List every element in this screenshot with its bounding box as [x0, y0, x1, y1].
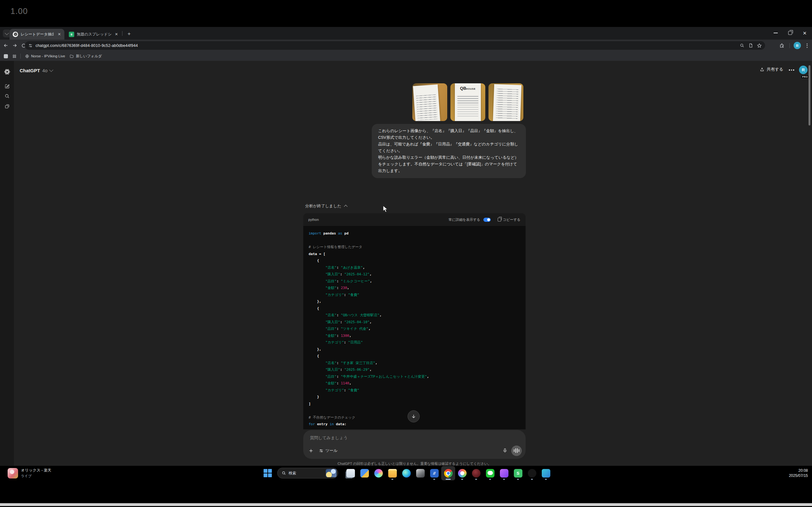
- forward-button[interactable]: [11, 42, 19, 49]
- restore-icon: [788, 31, 792, 35]
- chrome-browser-icon: [444, 469, 453, 477]
- code-line: }: [309, 394, 525, 400]
- tab-receipt-extraction[interactable]: レシートデータ抽出 ✕: [9, 29, 64, 40]
- account-avatar[interactable]: R: [799, 66, 808, 74]
- scroll-to-bottom-button[interactable]: [408, 410, 420, 422]
- browser-menu-icon[interactable]: [805, 43, 809, 48]
- apps-grid-icon[interactable]: [12, 54, 16, 58]
- reading-list-icon[interactable]: [4, 54, 8, 58]
- site-info-icon[interactable]: [28, 43, 33, 48]
- browser-window: レシートデータ抽出 ✕ 無題のスプレッドシート - Google ス ✕ + ✕: [0, 27, 812, 466]
- dark-red-app-icon: [472, 469, 480, 477]
- taskbar-widget[interactable]: オリックス - 楽天 ライブ: [8, 468, 51, 478]
- close-tab-icon[interactable]: ✕: [115, 32, 118, 37]
- code-line: },: [309, 298, 525, 305]
- taskbar-search-box[interactable]: 検索: [277, 468, 338, 478]
- receipt-image-1[interactable]: [412, 83, 447, 121]
- receipt-image-2[interactable]: QBHOUSE: [450, 83, 485, 121]
- voice-mode-button[interactable]: [511, 446, 522, 456]
- page-scrollbar[interactable]: [809, 65, 810, 125]
- video-progress-bar[interactable]: [0, 503, 812, 506]
- zoom-search-icon[interactable]: [740, 43, 745, 48]
- library-icon[interactable]: [4, 103, 10, 110]
- search-icon[interactable]: [4, 93, 10, 100]
- analysis-status[interactable]: 分析が終了しました: [305, 204, 347, 209]
- restore-button[interactable]: [783, 27, 798, 39]
- composer-placeholder[interactable]: 質問してみましょう: [310, 435, 348, 441]
- close-tab-icon[interactable]: ✕: [57, 32, 62, 37]
- clipchamp-app-icon[interactable]: [497, 466, 511, 481]
- mail-app-icon[interactable]: [357, 466, 371, 481]
- code-line: import pandas as pd: [309, 230, 525, 237]
- search-highlight-image[interactable]: [326, 469, 337, 477]
- code-line: "購入日": "2025-04-12",: [309, 271, 525, 278]
- share-button[interactable]: 共有する: [760, 66, 783, 72]
- edge-browser-icon[interactable]: [399, 466, 413, 481]
- chrome-browser-icon[interactable]: [441, 466, 455, 481]
- window-controls: ✕: [768, 27, 812, 40]
- code-line: {: [309, 305, 525, 312]
- round-color-app-icon[interactable]: [455, 466, 469, 481]
- teal-app-icon[interactable]: [539, 466, 553, 481]
- taskbar-clock[interactable]: 20:08 2025/07/15: [789, 468, 808, 478]
- dark-gem-app-icon[interactable]: [413, 466, 427, 481]
- browser-profile-avatar[interactable]: R: [794, 42, 801, 49]
- windows-taskbar: オリックス - 楽天 ライブ 検索 //S 20:08 2025/07/15: [0, 466, 812, 481]
- new-tab-button[interactable]: +: [125, 30, 133, 38]
- green-s-app-icon[interactable]: S: [511, 466, 525, 481]
- model-selector[interactable]: ChatGPT 4o: [20, 68, 53, 73]
- code-line: "店名": "すき家 栄三丁目店",: [309, 360, 525, 367]
- start-button[interactable]: [263, 469, 272, 477]
- bookmark-star-icon[interactable]: [757, 43, 762, 48]
- tools-label: ツール: [325, 448, 338, 453]
- blue-dev-app-icon[interactable]: //: [427, 466, 441, 481]
- attach-plus-icon[interactable]: [308, 448, 314, 453]
- receipt-image-3[interactable]: [489, 83, 523, 121]
- copy-label: コピーする: [503, 217, 520, 222]
- microphone-icon[interactable]: [502, 448, 507, 453]
- code-line: {: [309, 353, 525, 360]
- message-composer[interactable]: 質問してみましょう ツール: [303, 430, 525, 459]
- copy-code-button[interactable]: コピーする: [498, 217, 520, 222]
- model-version: 4o: [42, 68, 48, 73]
- sliders-icon: [319, 448, 323, 453]
- code-line: # レシート情報を整理したデータ: [309, 244, 525, 250]
- bookmarks-bar: Norse - IPViking Live 新しいフォルダ: [0, 51, 812, 61]
- analysis-status-label: 分析が終了しました: [305, 204, 341, 209]
- black-round-app-icon: [528, 469, 537, 477]
- share-label: 共有する: [767, 66, 783, 72]
- tab-divider: [122, 31, 122, 36]
- close-button[interactable]: ✕: [798, 27, 812, 39]
- browser-toolbar: chatgpt.com/c/6876369f-d484-8010-9c52-ab…: [0, 40, 812, 51]
- uploaded-receipt-images: QBHOUSE: [412, 83, 523, 121]
- tab-google-sheets[interactable]: 無題のスプレッドシート - Google ス ✕: [66, 29, 120, 40]
- extensions-icon[interactable]: [778, 42, 786, 49]
- tab-title: 無題のスプレッドシート - Google ス: [77, 32, 112, 37]
- conversation-menu-icon[interactable]: [789, 69, 794, 71]
- dark-red-app-icon[interactable]: [469, 466, 483, 481]
- always-show-details-toggle[interactable]: [484, 218, 491, 222]
- task-view-icon[interactable]: [344, 466, 357, 481]
- tab-title: レシートデータ抽出: [20, 32, 54, 37]
- code-body[interactable]: import pandas as pd # レシート情報を整理したデータdata…: [303, 226, 525, 429]
- openai-logo-icon[interactable]: [4, 68, 10, 75]
- address-bar-actions: [740, 41, 762, 50]
- folder-icon: [69, 54, 74, 58]
- reading-mode-icon[interactable]: [748, 43, 753, 48]
- search-icon: [282, 471, 286, 475]
- back-button[interactable]: [2, 42, 10, 49]
- tools-button[interactable]: ツール: [319, 448, 338, 453]
- bookmark-new-folder[interactable]: 新しいフォルダ: [69, 54, 102, 59]
- copilot-app-icon[interactable]: [371, 466, 386, 481]
- bookmarks-divider: [20, 54, 20, 59]
- bookmark-norse[interactable]: Norse - IPViking Live: [25, 54, 65, 58]
- address-bar[interactable]: chatgpt.com/c/6876369f-d484-8010-9c52-ab…: [25, 41, 765, 50]
- code-line: [309, 237, 525, 244]
- minimize-button[interactable]: [768, 27, 783, 39]
- model-name: ChatGPT: [20, 68, 40, 73]
- file-explorer-icon[interactable]: [386, 466, 399, 481]
- line-app-icon[interactable]: [483, 466, 497, 481]
- task-view-icon: [346, 469, 355, 477]
- new-chat-icon[interactable]: [4, 83, 10, 90]
- black-round-app-icon[interactable]: [525, 466, 539, 481]
